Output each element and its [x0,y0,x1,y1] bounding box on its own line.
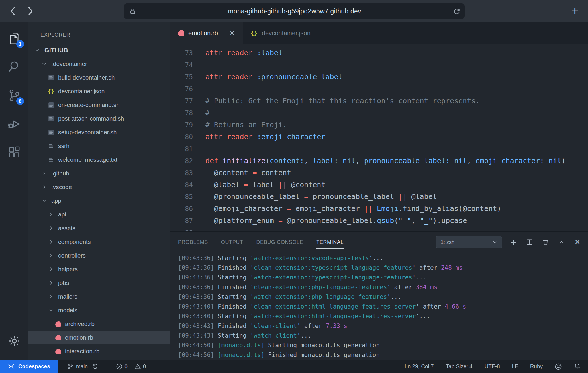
explorer-badge: 1 [16,40,24,48]
tree-item-.vscode[interactable]: .vscode [28,180,170,194]
ruby-file-icon [178,30,184,36]
chevron-down-icon [40,60,48,68]
chevron-right-icon [47,211,55,218]
editor-group: emotion.rb✕{}devcontainer.json 73attr_re… [170,22,588,360]
tree-item-assets[interactable]: assets [28,221,170,235]
address-bar[interactable]: mona-github-github-g59jpq2w5w7.github.de… [124,3,465,19]
settings-button[interactable] [0,327,28,355]
branch-name: main [76,363,88,370]
tree-item-app[interactable]: app [28,194,170,208]
maximize-panel-button[interactable] [557,238,566,246]
tree-item-helpers[interactable]: helpers [28,262,170,276]
json-file-icon: {} [48,88,54,95]
feedback-smiley-icon[interactable] [555,363,562,370]
tree-item-.devcontainer[interactable]: .devcontainer [28,57,170,71]
line-number: 78 [170,107,193,119]
source-control-view-button[interactable]: 8 [0,81,28,110]
extensions-view-button[interactable] [0,138,28,167]
tree-item-components[interactable]: components [28,235,170,249]
shell-file-icon [48,74,54,81]
panel-header: PROBLEMSOUTPUTDEBUG CONSOLETERMINAL 1: z… [170,232,588,253]
tree-item-setup-devcontainer.sh[interactable]: setup-devcontainer.sh [28,125,170,139]
new-tab-button[interactable]: + [568,4,582,18]
tree-item-models[interactable]: models [28,303,170,317]
warning-icon [134,363,141,370]
shell-select-value: 1: zsh [441,239,454,245]
tree-item-ssrh[interactable]: ssrh [28,139,170,153]
tree-item-devcontainer.json[interactable]: {}devcontainer.json [28,84,170,98]
panel-tab-problems[interactable]: PROBLEMS [178,232,208,253]
terminal-shell-select[interactable]: 1: zsh [436,236,502,248]
tree-item-welcome_message.txt[interactable]: welcome_message.txt [28,153,170,167]
terminal-line: [09:43:36] Finished 'clean-extension:php… [178,282,588,292]
terminal-line: [09:43:36] Starting 'watch-extension:typ… [178,273,588,282]
activity-bar: 1 8 [0,22,28,360]
terminal-line: [09:43:36] Finished 'clean-extension:typ… [178,263,588,273]
code-editor[interactable]: 73attr_reader :label7475attr_reader :pro… [170,44,588,231]
chevron-right-icon [47,293,55,300]
branch-indicator[interactable]: main [67,363,98,370]
new-terminal-button[interactable]: + [509,238,518,246]
tree-item-.github[interactable]: .github [28,167,170,180]
tree-item-controllers[interactable]: controllers [28,249,170,262]
editor-tab-emotion.rb[interactable]: emotion.rb✕ [170,22,243,44]
chevron-right-icon [47,279,55,287]
editor-tab-devcontainer.json[interactable]: {}devcontainer.json [243,22,318,44]
line-number: 88 [170,227,193,231]
terminal-line: [09:43:36] Starting 'watch-extension:vsc… [178,253,588,263]
run-debug-view-button[interactable] [0,110,28,138]
remote-indicator[interactable]: Codespaces [0,360,58,373]
tree-item-archived.rb[interactable]: archived.rb [28,317,170,331]
problems-indicator[interactable]: 0 0 [116,363,146,370]
tree-item-api[interactable]: api [28,208,170,221]
panel-tab-debug-console[interactable]: DEBUG CONSOLE [256,232,303,253]
code-line-76: 76 [170,83,588,95]
tree-item-interaction.rb[interactable]: interaction.rb [28,344,170,358]
explorer-view-button[interactable]: 1 [0,24,28,52]
status-bar: Codespaces main 0 0 Ln 29, Col 7 Tab Siz… [0,360,588,373]
eol-indicator[interactable]: LF [512,363,518,370]
tree-item-GITHUB[interactable]: GITHUB [28,43,170,57]
terminal-line: [09:43:40] Finished 'clean-extension:htm… [178,302,588,311]
code-line-81: 81 [170,143,588,155]
tree-item-on-create-command.sh[interactable]: on-create-command.sh [28,98,170,112]
close-panel-button[interactable]: ✕ [573,238,582,246]
tree-item-emotion.rb[interactable]: emotion.rb [28,331,170,344]
search-icon [7,60,21,74]
gear-icon [8,335,21,348]
cursor-position[interactable]: Ln 29, Col 7 [405,363,434,370]
line-number: 74 [170,59,193,71]
split-terminal-button[interactable] [525,238,534,246]
sync-icon[interactable] [92,363,98,370]
tab-size-indicator[interactable]: Tab Size: 4 [446,363,473,370]
close-tab-icon[interactable]: ✕ [230,30,235,37]
browser-back-button[interactable] [7,5,19,17]
encoding-indicator[interactable]: UTF-8 [485,363,500,370]
line-number: 77 [170,95,193,107]
panel-tab-output[interactable]: OUTPUT [221,232,243,253]
panel-tab-terminal[interactable]: TERMINAL [316,232,344,253]
terminal-output[interactable]: [09:43:36] Starting 'watch-extension:vsc… [170,253,588,360]
remote-icon [7,363,15,370]
line-number: 81 [170,143,193,155]
ruby-file-icon [55,349,61,354]
terminal-line: [09:44:50] [monaco.d.ts] Starting monaco… [178,340,588,350]
bottom-panel: PROBLEMSOUTPUTDEBUG CONSOLETERMINAL 1: z… [170,231,588,360]
tree-item-build-devcontainer.sh[interactable]: build-devcontainer.sh [28,71,170,84]
shell-file-icon [48,115,54,122]
tree-item-mailers[interactable]: mailers [28,290,170,303]
browser-forward-button[interactable] [24,5,36,17]
tree-item-jobs[interactable]: jobs [28,276,170,290]
editor-tab-bar: emotion.rb✕{}devcontainer.json [170,22,588,44]
search-view-button[interactable] [0,52,28,81]
terminal-line: [09:44:56] [monaco.d.ts] Finished monaco… [178,350,588,360]
tree-item-post-attach-command.sh[interactable]: post-attach-command.sh [28,112,170,125]
code-line-86: 86 @emoji_character = emoji_character ||… [170,203,588,215]
language-mode[interactable]: Ruby [530,363,543,370]
json-file-icon: {} [251,30,258,37]
kill-terminal-button[interactable] [541,238,550,246]
notifications-bell-icon[interactable] [574,363,581,370]
chevron-right-icon [47,238,55,246]
refresh-icon[interactable] [453,7,461,15]
panel-tabs: PROBLEMSOUTPUTDEBUG CONSOLETERMINAL [178,232,344,253]
